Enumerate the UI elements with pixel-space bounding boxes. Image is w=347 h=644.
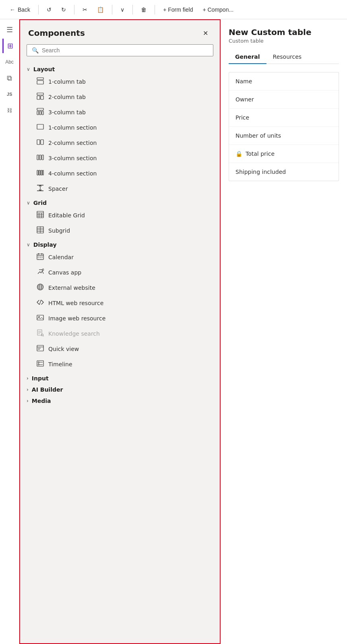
svg-line-47: [39, 300, 41, 305]
field-owner-label: Owner: [235, 96, 254, 103]
field-shipping-included: Shipping included: [229, 163, 339, 181]
input-section-header[interactable]: › Input: [27, 372, 213, 383]
2col-section-label: 2-column section: [48, 140, 97, 146]
media-section-header[interactable]: › Media: [27, 394, 213, 406]
input-chevron-icon: ›: [27, 376, 29, 381]
paste-button[interactable]: 📋: [94, 5, 107, 14]
external-website-item[interactable]: External website: [27, 280, 213, 295]
toolbar-divider-5: [155, 5, 155, 14]
spacer-item[interactable]: Spacer: [27, 181, 213, 196]
sidebar-icons: ☰ ⊞ Abc ⧉ JS ⛓: [0, 19, 19, 644]
close-icon: ✕: [203, 29, 208, 37]
field-name: Name: [229, 72, 339, 91]
knowledge-search-item: Knowledge search: [27, 326, 213, 341]
svg-rect-14: [42, 155, 43, 160]
grid-icon-btn[interactable]: ⊞: [2, 39, 17, 53]
right-panel: New Custom table Custom table General Re…: [221, 19, 347, 644]
field-name-label: Name: [235, 78, 252, 85]
form-subtitle: Custom table: [229, 38, 339, 44]
toolbar-divider-1: [38, 5, 39, 14]
component-label: + Compon...: [202, 6, 233, 13]
delete-button[interactable]: 🗑: [138, 5, 150, 14]
field-number-of-units-label: Number of units: [235, 132, 281, 139]
canvas-app-label: Canvas app: [48, 269, 81, 276]
dropdown-button[interactable]: ∨: [117, 5, 128, 14]
undo-icon: ↺: [47, 6, 52, 13]
4col-section-label: 4-column section: [48, 170, 97, 177]
text-icon-btn[interactable]: Abc: [2, 55, 17, 69]
paste-icon: 📋: [97, 6, 104, 13]
search-icon: 🔍: [32, 47, 39, 54]
timeline-label: Timeline: [48, 361, 72, 367]
3col-tab-icon: [36, 108, 44, 117]
layout-chevron-icon: ∨: [27, 66, 30, 72]
1col-tab-item[interactable]: 1-column tab: [27, 74, 213, 89]
menu-icon: ☰: [6, 25, 13, 34]
editable-grid-item[interactable]: Editable Grid: [27, 208, 213, 223]
field-total-price: 🔒 Total price: [229, 145, 339, 163]
2col-section-item[interactable]: 2-column section: [27, 135, 213, 151]
html-web-resource-item[interactable]: HTML web resource: [27, 295, 213, 311]
svg-rect-9: [37, 124, 43, 129]
calendar-item[interactable]: Calendar: [27, 250, 213, 265]
spacer-icon: [36, 184, 44, 193]
component-button[interactable]: + Compon...: [199, 5, 237, 14]
timeline-item[interactable]: Timeline: [27, 357, 213, 372]
search-input[interactable]: [42, 47, 208, 54]
layers-icon-btn[interactable]: ⧉: [2, 71, 17, 85]
3col-tab-item[interactable]: 3-column tab: [27, 105, 213, 120]
editable-grid-icon: [36, 211, 44, 220]
svg-rect-15: [37, 170, 38, 175]
subgrid-icon: [36, 226, 44, 235]
svg-rect-16: [39, 170, 40, 175]
close-button[interactable]: ✕: [199, 27, 212, 39]
back-button[interactable]: ← Back: [6, 5, 33, 14]
svg-rect-5: [37, 108, 43, 110]
ai-builder-chevron-icon: ›: [27, 387, 29, 392]
2col-tab-item[interactable]: 2-column tab: [27, 89, 213, 105]
html-web-resource-label: HTML web resource: [48, 300, 103, 306]
tabs-row: General Resources: [229, 50, 339, 64]
svg-rect-3: [37, 96, 40, 99]
display-section-header[interactable]: ∨ Display: [27, 238, 213, 250]
js-icon-btn[interactable]: JS: [2, 87, 17, 101]
form-field-label: + Form field: [163, 6, 193, 13]
3col-section-item[interactable]: 3-column section: [27, 151, 213, 166]
3col-section-icon: [36, 154, 44, 163]
3col-section-label: 3-column section: [48, 155, 97, 161]
canvas-app-icon: [36, 268, 44, 277]
ai-builder-section-header[interactable]: › AI Builder: [27, 383, 213, 394]
field-price-label: Price: [235, 114, 249, 121]
panel-header: Components ✕: [20, 20, 220, 44]
components-list: ∨ Layout 1-column tab: [20, 63, 220, 643]
redo-button[interactable]: ↻: [58, 5, 69, 14]
editable-grid-label: Editable Grid: [48, 212, 85, 219]
form-field-button[interactable]: + Form field: [160, 5, 196, 14]
calendar-label: Calendar: [48, 254, 74, 260]
image-web-resource-item[interactable]: Image web resource: [27, 311, 213, 326]
svg-rect-11: [41, 140, 43, 144]
2col-tab-icon: [36, 93, 44, 101]
tab-general[interactable]: General: [229, 50, 266, 64]
tab-resources[interactable]: Resources: [266, 50, 308, 64]
knowledge-search-label: Knowledge search: [48, 330, 100, 337]
svg-point-61: [38, 362, 39, 363]
grid-icon: ⊞: [7, 41, 13, 50]
4col-section-item[interactable]: 4-column section: [27, 166, 213, 181]
menu-icon-btn[interactable]: ☰: [2, 23, 17, 37]
cut-button[interactable]: ✂: [79, 5, 91, 14]
main-layout: ☰ ⊞ Abc ⧉ JS ⛓ Components ✕ 🔍: [0, 19, 347, 644]
quick-view-icon: [36, 345, 44, 353]
quick-view-item[interactable]: Quick view: [27, 341, 213, 357]
svg-point-49: [39, 316, 40, 318]
canvas-app-item[interactable]: Canvas app: [27, 265, 213, 280]
undo-button[interactable]: ↺: [43, 5, 55, 14]
subgrid-item[interactable]: Subgrid: [27, 223, 213, 238]
1col-section-item[interactable]: 1-column section: [27, 120, 213, 135]
4col-section-icon: [36, 169, 44, 178]
grid-section-header[interactable]: ∨ Grid: [27, 196, 213, 208]
spacer-label: Spacer: [48, 186, 68, 192]
layout-section-header[interactable]: ∨ Layout: [27, 63, 213, 74]
form-fields: Name Owner Price Number of units 🔒 Total…: [229, 72, 339, 181]
connector-icon-btn[interactable]: ⛓: [2, 103, 17, 118]
